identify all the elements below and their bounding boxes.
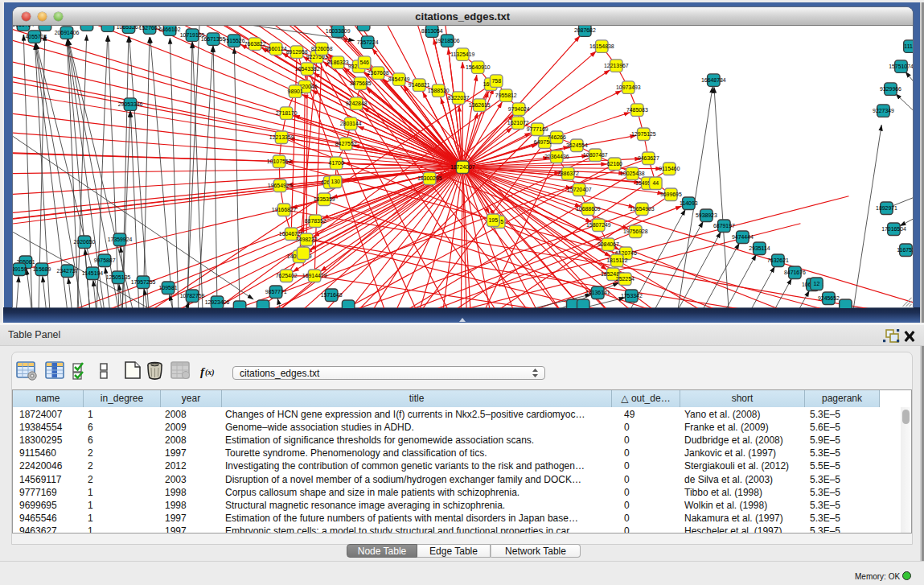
svg-text:6879197: 6879197 [713,223,735,229]
svg-text:7663822: 7663822 [244,40,266,46]
svg-text:8427552: 8427552 [335,141,357,146]
svg-text:7886372: 7886372 [557,171,579,176]
svg-text:16543382: 16543382 [295,65,320,71]
svg-text:62160: 62160 [607,161,622,167]
svg-text:116753: 116753 [897,247,913,253]
svg-text:12213967: 12213967 [604,62,629,68]
svg-text:18724007: 18724007 [450,164,475,170]
svg-text:16648784: 16648784 [701,77,726,83]
svg-text:9794024: 9794024 [508,106,530,112]
svg-text:7955812: 7955812 [495,93,517,98]
svg-text:9975887: 9975887 [94,257,116,263]
svg-text:15751074: 15751074 [889,63,913,68]
svg-text:10688609: 10688609 [576,206,601,212]
svg-text:16914479: 16914479 [302,273,327,278]
svg-text:7515526: 7515526 [224,37,245,43]
svg-text:7485083: 7485083 [626,107,648,113]
svg-text:8454749: 8454749 [388,76,410,82]
svg-text:8471676: 8471676 [784,270,806,275]
svg-text:19218506: 19218506 [435,37,460,43]
svg-text:10107552: 10107552 [267,159,292,164]
svg-text:12213359: 12213359 [269,134,294,140]
svg-text:12: 12 [814,281,820,286]
svg-text:19654925: 19654925 [268,183,293,188]
svg-text:12923406: 12923406 [205,299,230,305]
svg-text:758: 758 [492,78,502,84]
svg-text:12975125: 12975125 [631,131,656,137]
svg-text:8813054: 8813054 [421,27,443,33]
svg-text:2803144: 2803144 [340,121,362,126]
svg-text:9474444: 9474444 [732,234,754,240]
svg-text:16154838: 16154838 [589,43,614,48]
svg-text:1753342: 1753342 [621,293,643,299]
svg-text:8322037: 8322037 [448,95,470,101]
svg-text:1621072: 1621072 [507,120,529,126]
svg-text:9242848: 9242848 [346,101,368,106]
svg-text:1112: 1112 [904,43,913,48]
svg-text:252254: 252254 [616,276,634,282]
svg-text:19756928: 19756928 [623,229,648,234]
svg-text:2055724: 2055724 [13,26,35,27]
svg-text:9660124: 9660124 [265,45,287,51]
svg-text:9115460: 9115460 [659,166,680,171]
svg-text:16671355: 16671355 [201,35,226,41]
svg-text:7357224: 7357224 [357,39,379,44]
svg-text:11325419: 11325419 [450,51,474,56]
svg-text:10653267: 10653267 [117,26,142,30]
svg-text:3498222: 3498222 [296,237,318,242]
svg-text:546: 546 [359,59,369,64]
svg-text:9084067: 9084067 [598,241,619,247]
svg-text:2020650: 2020650 [74,239,96,245]
svg-text:14055724: 14055724 [23,33,47,39]
svg-text:9146821: 9146821 [409,82,430,88]
svg-text:114093: 114093 [680,200,698,206]
svg-text:19654903: 19654903 [630,206,655,212]
svg-text:9777169: 9777169 [527,126,548,132]
svg-text:6466102: 6466102 [159,26,181,31]
svg-text:19166827: 19166827 [272,207,297,212]
svg-text:10973493: 10973493 [616,84,641,90]
svg-text:115689: 115689 [33,266,51,272]
svg-text:15640910: 15640910 [466,64,491,69]
svg-text:1527602: 1527602 [139,26,161,31]
svg-text:98901: 98901 [288,89,303,94]
svg-text:8226058: 8226058 [311,45,333,51]
svg-text:9857771: 9857771 [265,289,287,295]
svg-text:8878352: 8878352 [305,218,326,224]
svg-text:16033809: 16033809 [326,27,351,33]
svg-text:3875685: 3875685 [350,80,372,86]
svg-text:17359924: 17359924 [108,237,133,242]
svg-text:17016504: 17016504 [881,226,906,232]
svg-text:109581: 109581 [159,285,178,290]
svg-text:2087682: 2087682 [574,27,596,32]
svg-text:9245652: 9245652 [818,295,840,301]
svg-text:1835359: 1835359 [314,196,335,202]
svg-text:1815112: 1815112 [606,257,627,263]
svg-text:1362615: 1362615 [469,102,491,108]
svg-text:2718170: 2718170 [276,110,298,116]
svg-text:9329966: 9329966 [880,86,901,92]
svg-text:29053346: 29053346 [118,101,143,107]
svg-text:130: 130 [331,179,340,184]
svg-text:9227349: 9227349 [873,108,894,113]
svg-text:1892971: 1892971 [876,205,897,211]
svg-text:5938923: 5938923 [696,212,717,218]
svg-text:14136141: 14136141 [585,290,610,295]
svg-text:20691406: 20691406 [55,29,80,35]
svg-text:8912958: 8912958 [286,48,308,54]
svg-text:2342737: 2342737 [57,268,79,274]
svg-text:44: 44 [653,180,659,186]
svg-text:1588520: 1588520 [428,88,450,93]
svg-text:746266: 746266 [548,134,566,140]
svg-text:7632621: 7632621 [767,257,789,263]
svg-text:2935114: 2935114 [749,245,770,251]
svg-text:9463627: 9463627 [638,155,659,161]
svg-text:9699695: 9699695 [660,192,682,197]
svg-text:15720407: 15720407 [567,187,592,192]
svg-text:10782759: 10782759 [180,293,205,299]
svg-text:195: 195 [489,217,499,223]
svg-text:17957255: 17957255 [131,279,156,285]
svg-text:18300295: 18300295 [417,175,442,181]
svg-text:3624554: 3624554 [566,142,588,148]
svg-text:10807487: 10807487 [583,152,608,158]
